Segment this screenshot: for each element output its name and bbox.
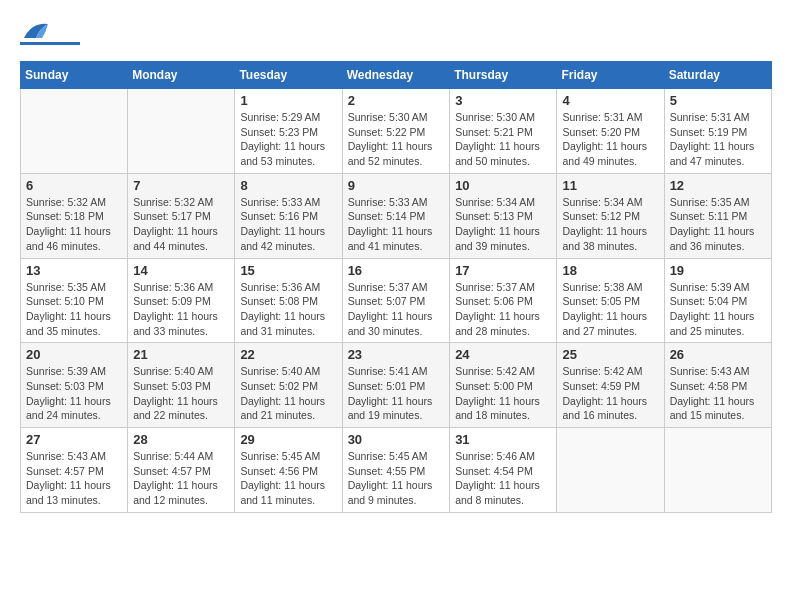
calendar-week-row: 6Sunrise: 5:32 AMSunset: 5:18 PMDaylight… (21, 173, 772, 258)
day-info: Sunrise: 5:32 AMSunset: 5:17 PMDaylight:… (133, 195, 229, 254)
calendar-cell (128, 89, 235, 174)
day-info: Sunrise: 5:42 AMSunset: 4:59 PMDaylight:… (562, 364, 658, 423)
calendar-cell: 16Sunrise: 5:37 AMSunset: 5:07 PMDayligh… (342, 258, 450, 343)
day-number: 4 (562, 93, 658, 108)
column-header-wednesday: Wednesday (342, 62, 450, 89)
day-number: 12 (670, 178, 766, 193)
day-number: 5 (670, 93, 766, 108)
day-number: 13 (26, 263, 122, 278)
day-info: Sunrise: 5:30 AMSunset: 5:21 PMDaylight:… (455, 110, 551, 169)
calendar-cell: 22Sunrise: 5:40 AMSunset: 5:02 PMDayligh… (235, 343, 342, 428)
day-info: Sunrise: 5:34 AMSunset: 5:12 PMDaylight:… (562, 195, 658, 254)
day-info: Sunrise: 5:31 AMSunset: 5:20 PMDaylight:… (562, 110, 658, 169)
day-number: 9 (348, 178, 445, 193)
calendar-cell: 28Sunrise: 5:44 AMSunset: 4:57 PMDayligh… (128, 428, 235, 513)
day-number: 26 (670, 347, 766, 362)
calendar-cell: 2Sunrise: 5:30 AMSunset: 5:22 PMDaylight… (342, 89, 450, 174)
calendar-cell: 7Sunrise: 5:32 AMSunset: 5:17 PMDaylight… (128, 173, 235, 258)
calendar-cell: 30Sunrise: 5:45 AMSunset: 4:55 PMDayligh… (342, 428, 450, 513)
day-info: Sunrise: 5:33 AMSunset: 5:14 PMDaylight:… (348, 195, 445, 254)
day-info: Sunrise: 5:36 AMSunset: 5:09 PMDaylight:… (133, 280, 229, 339)
logo-underline (20, 42, 80, 45)
day-info: Sunrise: 5:33 AMSunset: 5:16 PMDaylight:… (240, 195, 336, 254)
calendar-cell: 26Sunrise: 5:43 AMSunset: 4:58 PMDayligh… (664, 343, 771, 428)
calendar-cell: 9Sunrise: 5:33 AMSunset: 5:14 PMDaylight… (342, 173, 450, 258)
calendar-cell: 23Sunrise: 5:41 AMSunset: 5:01 PMDayligh… (342, 343, 450, 428)
day-number: 21 (133, 347, 229, 362)
calendar-cell: 15Sunrise: 5:36 AMSunset: 5:08 PMDayligh… (235, 258, 342, 343)
calendar-cell: 17Sunrise: 5:37 AMSunset: 5:06 PMDayligh… (450, 258, 557, 343)
calendar-cell (664, 428, 771, 513)
day-number: 18 (562, 263, 658, 278)
calendar-week-row: 1Sunrise: 5:29 AMSunset: 5:23 PMDaylight… (21, 89, 772, 174)
logo-wing-icon (22, 20, 50, 40)
calendar-cell: 18Sunrise: 5:38 AMSunset: 5:05 PMDayligh… (557, 258, 664, 343)
calendar-week-row: 20Sunrise: 5:39 AMSunset: 5:03 PMDayligh… (21, 343, 772, 428)
calendar-cell: 1Sunrise: 5:29 AMSunset: 5:23 PMDaylight… (235, 89, 342, 174)
day-number: 19 (670, 263, 766, 278)
day-info: Sunrise: 5:40 AMSunset: 5:02 PMDaylight:… (240, 364, 336, 423)
calendar-cell: 14Sunrise: 5:36 AMSunset: 5:09 PMDayligh… (128, 258, 235, 343)
calendar-cell (21, 89, 128, 174)
day-info: Sunrise: 5:45 AMSunset: 4:56 PMDaylight:… (240, 449, 336, 508)
day-number: 20 (26, 347, 122, 362)
day-number: 29 (240, 432, 336, 447)
day-info: Sunrise: 5:35 AMSunset: 5:11 PMDaylight:… (670, 195, 766, 254)
column-header-tuesday: Tuesday (235, 62, 342, 89)
day-info: Sunrise: 5:43 AMSunset: 4:57 PMDaylight:… (26, 449, 122, 508)
day-info: Sunrise: 5:39 AMSunset: 5:03 PMDaylight:… (26, 364, 122, 423)
day-info: Sunrise: 5:36 AMSunset: 5:08 PMDaylight:… (240, 280, 336, 339)
day-info: Sunrise: 5:31 AMSunset: 5:19 PMDaylight:… (670, 110, 766, 169)
day-number: 23 (348, 347, 445, 362)
day-number: 7 (133, 178, 229, 193)
calendar-header-row: SundayMondayTuesdayWednesdayThursdayFrid… (21, 62, 772, 89)
day-info: Sunrise: 5:40 AMSunset: 5:03 PMDaylight:… (133, 364, 229, 423)
day-number: 3 (455, 93, 551, 108)
calendar-cell: 31Sunrise: 5:46 AMSunset: 4:54 PMDayligh… (450, 428, 557, 513)
column-header-thursday: Thursday (450, 62, 557, 89)
calendar-cell: 8Sunrise: 5:33 AMSunset: 5:16 PMDaylight… (235, 173, 342, 258)
calendar-cell: 27Sunrise: 5:43 AMSunset: 4:57 PMDayligh… (21, 428, 128, 513)
day-number: 30 (348, 432, 445, 447)
day-number: 28 (133, 432, 229, 447)
day-info: Sunrise: 5:43 AMSunset: 4:58 PMDaylight:… (670, 364, 766, 423)
day-info: Sunrise: 5:35 AMSunset: 5:10 PMDaylight:… (26, 280, 122, 339)
column-header-sunday: Sunday (21, 62, 128, 89)
day-info: Sunrise: 5:37 AMSunset: 5:07 PMDaylight:… (348, 280, 445, 339)
day-number: 8 (240, 178, 336, 193)
calendar-cell: 13Sunrise: 5:35 AMSunset: 5:10 PMDayligh… (21, 258, 128, 343)
calendar-cell: 5Sunrise: 5:31 AMSunset: 5:19 PMDaylight… (664, 89, 771, 174)
calendar-week-row: 27Sunrise: 5:43 AMSunset: 4:57 PMDayligh… (21, 428, 772, 513)
day-info: Sunrise: 5:39 AMSunset: 5:04 PMDaylight:… (670, 280, 766, 339)
logo (20, 20, 80, 45)
column-header-friday: Friday (557, 62, 664, 89)
day-info: Sunrise: 5:30 AMSunset: 5:22 PMDaylight:… (348, 110, 445, 169)
day-info: Sunrise: 5:29 AMSunset: 5:23 PMDaylight:… (240, 110, 336, 169)
day-number: 16 (348, 263, 445, 278)
day-info: Sunrise: 5:38 AMSunset: 5:05 PMDaylight:… (562, 280, 658, 339)
column-header-saturday: Saturday (664, 62, 771, 89)
calendar-cell: 10Sunrise: 5:34 AMSunset: 5:13 PMDayligh… (450, 173, 557, 258)
day-info: Sunrise: 5:45 AMSunset: 4:55 PMDaylight:… (348, 449, 445, 508)
day-info: Sunrise: 5:46 AMSunset: 4:54 PMDaylight:… (455, 449, 551, 508)
calendar-cell: 21Sunrise: 5:40 AMSunset: 5:03 PMDayligh… (128, 343, 235, 428)
day-number: 24 (455, 347, 551, 362)
day-number: 2 (348, 93, 445, 108)
calendar-cell: 11Sunrise: 5:34 AMSunset: 5:12 PMDayligh… (557, 173, 664, 258)
calendar-cell (557, 428, 664, 513)
calendar-week-row: 13Sunrise: 5:35 AMSunset: 5:10 PMDayligh… (21, 258, 772, 343)
day-number: 31 (455, 432, 551, 447)
column-header-monday: Monday (128, 62, 235, 89)
day-number: 11 (562, 178, 658, 193)
day-info: Sunrise: 5:44 AMSunset: 4:57 PMDaylight:… (133, 449, 229, 508)
day-number: 15 (240, 263, 336, 278)
day-number: 1 (240, 93, 336, 108)
day-number: 17 (455, 263, 551, 278)
day-info: Sunrise: 5:42 AMSunset: 5:00 PMDaylight:… (455, 364, 551, 423)
calendar-cell: 3Sunrise: 5:30 AMSunset: 5:21 PMDaylight… (450, 89, 557, 174)
day-number: 27 (26, 432, 122, 447)
day-number: 22 (240, 347, 336, 362)
calendar-cell: 29Sunrise: 5:45 AMSunset: 4:56 PMDayligh… (235, 428, 342, 513)
day-info: Sunrise: 5:32 AMSunset: 5:18 PMDaylight:… (26, 195, 122, 254)
calendar-cell: 4Sunrise: 5:31 AMSunset: 5:20 PMDaylight… (557, 89, 664, 174)
